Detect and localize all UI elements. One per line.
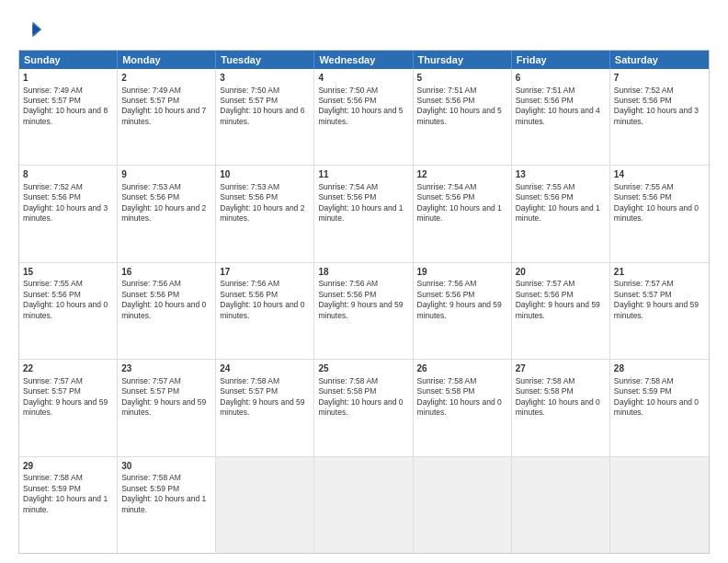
day-info: Sunrise: 7:58 AM Sunset: 5:59 PM Dayligh… <box>614 376 699 417</box>
day-info: Sunrise: 7:49 AM Sunset: 5:57 PM Dayligh… <box>23 86 108 126</box>
day-info: Sunrise: 7:51 AM Sunset: 5:56 PM Dayligh… <box>417 86 502 126</box>
calendar-cell: 1Sunrise: 7:49 AM Sunset: 5:57 PM Daylig… <box>19 69 118 165</box>
day-info: Sunrise: 7:53 AM Sunset: 5:56 PM Dayligh… <box>220 182 304 223</box>
calendar-cell: 6Sunrise: 7:51 AM Sunset: 5:56 PM Daylig… <box>512 69 610 165</box>
calendar-row: 8Sunrise: 7:52 AM Sunset: 5:56 PM Daylig… <box>19 166 709 262</box>
calendar-cell: 8Sunrise: 7:52 AM Sunset: 5:56 PM Daylig… <box>19 166 118 261</box>
calendar-cell: 20Sunrise: 7:57 AM Sunset: 5:56 PM Dayli… <box>512 263 610 359</box>
day-number: 23 <box>121 362 211 375</box>
day-info: Sunrise: 7:56 AM Sunset: 5:56 PM Dayligh… <box>121 279 206 319</box>
day-info: Sunrise: 7:52 AM Sunset: 5:56 PM Dayligh… <box>614 86 699 126</box>
calendar-cell: 12Sunrise: 7:54 AM Sunset: 5:56 PM Dayli… <box>414 166 512 261</box>
calendar-header: SundayMondayTuesdayWednesdayThursdayFrid… <box>19 51 709 69</box>
day-info: Sunrise: 7:57 AM Sunset: 5:56 PM Dayligh… <box>516 279 600 319</box>
calendar-row: 29Sunrise: 7:58 AM Sunset: 5:59 PM Dayli… <box>19 457 709 553</box>
day-info: Sunrise: 7:57 AM Sunset: 5:57 PM Dayligh… <box>614 279 699 319</box>
day-info: Sunrise: 7:56 AM Sunset: 5:56 PM Dayligh… <box>417 279 502 319</box>
calendar-cell <box>216 457 314 553</box>
day-info: Sunrise: 7:58 AM Sunset: 5:59 PM Dayligh… <box>121 473 206 513</box>
day-info: Sunrise: 7:58 AM Sunset: 5:58 PM Dayligh… <box>516 376 600 417</box>
day-info: Sunrise: 7:49 AM Sunset: 5:57 PM Dayligh… <box>121 86 206 126</box>
day-info: Sunrise: 7:57 AM Sunset: 5:57 PM Dayligh… <box>23 376 108 417</box>
day-number: 22 <box>23 362 113 375</box>
day-number: 21 <box>614 266 705 279</box>
day-number: 11 <box>318 168 408 181</box>
day-info: Sunrise: 7:58 AM Sunset: 5:57 PM Dayligh… <box>220 376 304 417</box>
logo-icon <box>18 17 44 42</box>
calendar-cell <box>610 457 709 553</box>
calendar-cell: 24Sunrise: 7:58 AM Sunset: 5:57 PM Dayli… <box>216 360 314 455</box>
day-number: 2 <box>121 72 211 85</box>
logo <box>18 17 48 42</box>
calendar-cell: 2Sunrise: 7:49 AM Sunset: 5:57 PM Daylig… <box>118 69 216 165</box>
day-info: Sunrise: 7:55 AM Sunset: 5:56 PM Dayligh… <box>516 182 600 223</box>
calendar-cell: 3Sunrise: 7:50 AM Sunset: 5:57 PM Daylig… <box>216 69 314 165</box>
calendar-cell: 22Sunrise: 7:57 AM Sunset: 5:57 PM Dayli… <box>19 360 118 455</box>
calendar-header-cell: Friday <box>512 51 610 69</box>
calendar-cell <box>314 457 413 553</box>
calendar-cell: 17Sunrise: 7:56 AM Sunset: 5:56 PM Dayli… <box>216 263 314 359</box>
calendar-cell: 28Sunrise: 7:58 AM Sunset: 5:59 PM Dayli… <box>610 360 709 455</box>
calendar-cell: 26Sunrise: 7:58 AM Sunset: 5:58 PM Dayli… <box>414 360 512 455</box>
calendar-cell: 18Sunrise: 7:56 AM Sunset: 5:56 PM Dayli… <box>314 263 413 359</box>
calendar-cell: 14Sunrise: 7:55 AM Sunset: 5:56 PM Dayli… <box>610 166 709 261</box>
calendar-cell: 16Sunrise: 7:56 AM Sunset: 5:56 PM Dayli… <box>118 263 216 359</box>
day-number: 12 <box>417 168 507 181</box>
day-info: Sunrise: 7:52 AM Sunset: 5:56 PM Dayligh… <box>23 182 108 223</box>
day-number: 19 <box>417 266 507 279</box>
calendar-cell: 29Sunrise: 7:58 AM Sunset: 5:59 PM Dayli… <box>19 457 118 553</box>
day-info: Sunrise: 7:53 AM Sunset: 5:56 PM Dayligh… <box>121 182 206 223</box>
day-number: 27 <box>516 362 606 375</box>
calendar-cell: 19Sunrise: 7:56 AM Sunset: 5:56 PM Dayli… <box>414 263 512 359</box>
calendar-header-cell: Thursday <box>414 51 512 69</box>
day-number: 1 <box>23 72 113 85</box>
calendar-cell: 4Sunrise: 7:50 AM Sunset: 5:56 PM Daylig… <box>314 69 413 165</box>
calendar-cell <box>512 457 610 553</box>
day-info: Sunrise: 7:58 AM Sunset: 5:58 PM Dayligh… <box>318 376 403 417</box>
day-number: 20 <box>516 266 606 279</box>
calendar-cell <box>414 457 512 553</box>
header <box>18 17 710 42</box>
calendar-header-cell: Saturday <box>610 51 709 69</box>
day-info: Sunrise: 7:50 AM Sunset: 5:57 PM Dayligh… <box>220 86 304 126</box>
calendar-cell: 5Sunrise: 7:51 AM Sunset: 5:56 PM Daylig… <box>414 69 512 165</box>
day-number: 5 <box>417 72 507 85</box>
calendar-cell: 9Sunrise: 7:53 AM Sunset: 5:56 PM Daylig… <box>118 166 216 261</box>
day-number: 16 <box>121 266 211 279</box>
day-number: 15 <box>23 266 113 279</box>
calendar-cell: 23Sunrise: 7:57 AM Sunset: 5:57 PM Dayli… <box>118 360 216 455</box>
day-number: 30 <box>121 460 211 473</box>
day-info: Sunrise: 7:55 AM Sunset: 5:56 PM Dayligh… <box>614 182 699 223</box>
calendar-header-cell: Sunday <box>19 51 118 69</box>
calendar-header-cell: Wednesday <box>314 51 413 69</box>
day-number: 8 <box>23 168 113 181</box>
page: SundayMondayTuesdayWednesdayThursdayFrid… <box>0 0 728 563</box>
calendar-cell: 25Sunrise: 7:58 AM Sunset: 5:58 PM Dayli… <box>314 360 413 455</box>
day-number: 3 <box>220 72 310 85</box>
day-number: 9 <box>121 168 211 181</box>
day-number: 10 <box>220 168 310 181</box>
day-number: 4 <box>318 72 408 85</box>
day-info: Sunrise: 7:58 AM Sunset: 5:59 PM Dayligh… <box>23 473 108 513</box>
calendar-header-cell: Monday <box>118 51 216 69</box>
calendar-row: 22Sunrise: 7:57 AM Sunset: 5:57 PM Dayli… <box>19 360 709 456</box>
calendar-body: 1Sunrise: 7:49 AM Sunset: 5:57 PM Daylig… <box>19 69 709 553</box>
day-info: Sunrise: 7:51 AM Sunset: 5:56 PM Dayligh… <box>516 86 600 126</box>
calendar-cell: 15Sunrise: 7:55 AM Sunset: 5:56 PM Dayli… <box>19 263 118 359</box>
day-number: 6 <box>516 72 606 85</box>
day-number: 14 <box>614 168 705 181</box>
calendar-row: 1Sunrise: 7:49 AM Sunset: 5:57 PM Daylig… <box>19 69 709 166</box>
calendar-cell: 21Sunrise: 7:57 AM Sunset: 5:57 PM Dayli… <box>610 263 709 359</box>
day-info: Sunrise: 7:55 AM Sunset: 5:56 PM Dayligh… <box>23 279 108 319</box>
calendar-cell: 27Sunrise: 7:58 AM Sunset: 5:58 PM Dayli… <box>512 360 610 455</box>
day-info: Sunrise: 7:54 AM Sunset: 5:56 PM Dayligh… <box>318 182 403 223</box>
calendar-cell: 10Sunrise: 7:53 AM Sunset: 5:56 PM Dayli… <box>216 166 314 261</box>
day-number: 13 <box>516 168 606 181</box>
day-number: 28 <box>614 362 705 375</box>
day-info: Sunrise: 7:56 AM Sunset: 5:56 PM Dayligh… <box>318 279 403 319</box>
day-info: Sunrise: 7:57 AM Sunset: 5:57 PM Dayligh… <box>121 376 206 417</box>
day-number: 26 <box>417 362 507 375</box>
calendar-row: 15Sunrise: 7:55 AM Sunset: 5:56 PM Dayli… <box>19 263 709 360</box>
day-number: 18 <box>318 266 408 279</box>
calendar-cell: 13Sunrise: 7:55 AM Sunset: 5:56 PM Dayli… <box>512 166 610 261</box>
